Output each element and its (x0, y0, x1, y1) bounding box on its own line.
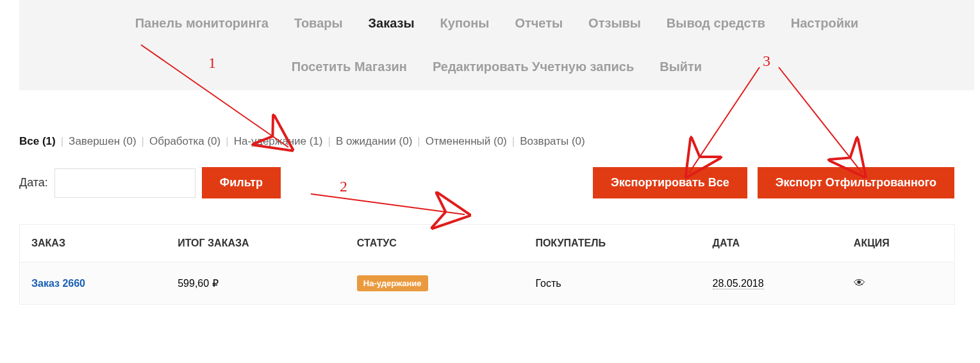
status-filter-tabs: Все (1) | Завершен (0) | Обработка (0) |… (19, 135, 980, 148)
cell-date: 28.05.2018 (713, 278, 764, 289)
annotation-number-3: 3 (763, 52, 770, 70)
divider: | (142, 135, 144, 148)
th-order: ЗАКАЗ (20, 225, 167, 262)
tab-refunded[interactable]: Возвраты (0) (520, 135, 585, 148)
date-label: Дата: (19, 176, 48, 190)
status-badge: На-удержание (357, 275, 428, 291)
order-link[interactable]: Заказ 2660 (31, 278, 85, 289)
divider: | (512, 135, 515, 148)
annotation-number-1: 1 (208, 54, 216, 72)
nav-settings[interactable]: Настройки (791, 16, 859, 31)
nav-products[interactable]: Товары (294, 16, 343, 31)
nav-reports[interactable]: Отчеты (515, 16, 563, 31)
export-all-button[interactable]: Экспортировать Все (593, 167, 747, 198)
tab-on-hold[interactable]: На-удержание (1) (234, 135, 323, 148)
nav-logout[interactable]: Выйти (660, 60, 702, 74)
nav-row-2: Посетить Магазин Редактировать Учетную з… (19, 60, 974, 74)
tab-processing[interactable]: Обработка (0) (149, 135, 220, 148)
nav-coupons[interactable]: Купоны (440, 16, 490, 31)
nav-withdraw[interactable]: Вывод средств (667, 16, 765, 31)
divider: | (328, 135, 330, 148)
table-row: Заказ 2660 599,60 ₽ На-удержание Гость 2… (20, 262, 955, 305)
tab-completed[interactable]: Завершен (0) (69, 135, 136, 148)
nav-edit-account[interactable]: Редактировать Учетную запись (433, 60, 634, 74)
export-buttons: Экспортировать Все Экспорт Отфильтрованн… (593, 167, 954, 198)
date-input[interactable] (54, 168, 195, 198)
th-status: СТАТУС (345, 225, 524, 262)
nav-reviews[interactable]: Отзывы (588, 16, 641, 31)
th-date: ДАТА (701, 225, 842, 262)
cell-customer: Гость (524, 262, 701, 305)
divider: | (61, 135, 63, 148)
th-customer: ПОКУПАТЕЛЬ (524, 225, 701, 262)
nav-visit-store[interactable]: Посетить Магазин (292, 60, 407, 74)
top-navigation: Панель мониторинга Товары Заказы Купоны … (19, 0, 974, 90)
cell-total: 599,60 ₽ (166, 262, 345, 305)
tab-all[interactable]: Все (1) (19, 135, 56, 148)
nav-orders[interactable]: Заказы (369, 16, 415, 31)
annotation-number-2: 2 (340, 178, 347, 195)
nav-row-1: Панель мониторинга Товары Заказы Купоны … (19, 16, 974, 31)
divider: | (226, 135, 228, 148)
tab-cancelled[interactable]: Отмененный (0) (426, 135, 507, 148)
nav-dashboard[interactable]: Панель мониторинга (135, 16, 269, 31)
orders-table: ЗАКАЗ ИТОГ ЗАКАЗА СТАТУС ПОКУПАТЕЛЬ ДАТА… (19, 224, 955, 305)
filter-button[interactable]: Фильтр (202, 167, 281, 198)
view-icon[interactable]: 👁 (854, 277, 865, 289)
th-action: АКЦИЯ (842, 225, 955, 262)
tab-pending[interactable]: В ожидании (0) (336, 135, 412, 148)
filter-row: Дата: Фильтр Экспортировать Все Экспорт … (19, 167, 980, 198)
divider: | (417, 135, 420, 148)
table-header-row: ЗАКАЗ ИТОГ ЗАКАЗА СТАТУС ПОКУПАТЕЛЬ ДАТА… (20, 225, 955, 262)
th-total: ИТОГ ЗАКАЗА (166, 225, 345, 262)
export-filtered-button[interactable]: Экспорт Отфильтрованного (758, 167, 954, 198)
